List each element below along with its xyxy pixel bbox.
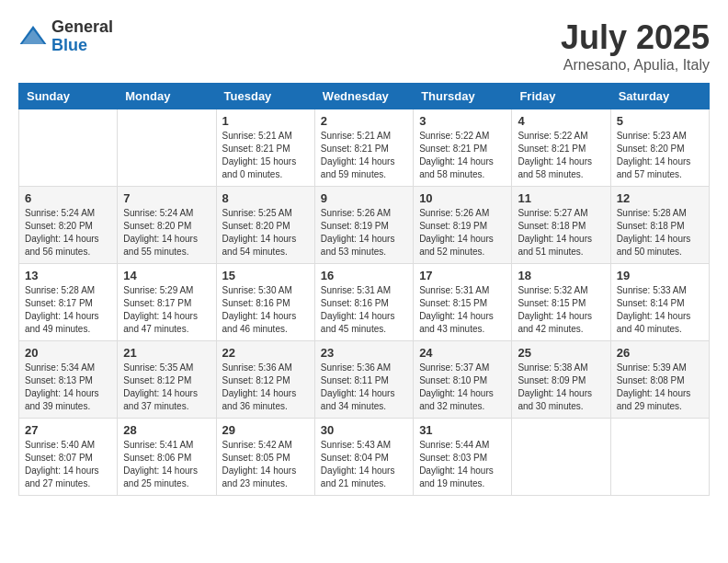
calendar-header-row: SundayMondayTuesdayWednesdayThursdayFrid… — [19, 84, 710, 109]
week-row-3: 13Sunrise: 5:28 AM Sunset: 8:17 PM Dayli… — [19, 264, 710, 341]
day-info: Sunrise: 5:28 AM Sunset: 8:18 PM Dayligh… — [617, 207, 703, 259]
day-info: Sunrise: 5:31 AM Sunset: 8:15 PM Dayligh… — [419, 284, 506, 336]
day-number: 23 — [321, 346, 407, 360]
day-number: 26 — [617, 346, 703, 360]
logo-text: General Blue — [51, 18, 113, 55]
day-info: Sunrise: 5:24 AM Sunset: 8:20 PM Dayligh… — [123, 207, 210, 259]
calendar-cell: 11Sunrise: 5:27 AM Sunset: 8:18 PM Dayli… — [512, 187, 610, 264]
day-number: 17 — [419, 269, 506, 282]
day-info: Sunrise: 5:37 AM Sunset: 8:10 PM Dayligh… — [419, 362, 506, 413]
day-number: 30 — [321, 423, 407, 437]
day-number: 13 — [25, 269, 111, 282]
day-number: 14 — [123, 269, 210, 282]
calendar-cell: 8Sunrise: 5:25 AM Sunset: 8:20 PM Daylig… — [216, 187, 314, 264]
day-number: 11 — [518, 191, 604, 205]
calendar-cell: 1Sunrise: 5:21 AM Sunset: 8:21 PM Daylig… — [216, 109, 314, 187]
day-number: 24 — [419, 346, 506, 360]
calendar-cell: 13Sunrise: 5:28 AM Sunset: 8:17 PM Dayli… — [19, 264, 118, 341]
calendar-cell: 2Sunrise: 5:21 AM Sunset: 8:21 PM Daylig… — [314, 109, 413, 187]
day-number: 21 — [123, 346, 210, 360]
week-row-1: 1Sunrise: 5:21 AM Sunset: 8:21 PM Daylig… — [19, 109, 710, 187]
day-info: Sunrise: 5:35 AM Sunset: 8:12 PM Dayligh… — [123, 362, 210, 413]
page-header: General Blue July 2025 Arnesano, Apulia,… — [18, 18, 710, 74]
day-info: Sunrise: 5:21 AM Sunset: 8:21 PM Dayligh… — [321, 130, 407, 181]
calendar-cell: 10Sunrise: 5:26 AM Sunset: 8:19 PM Dayli… — [414, 187, 512, 264]
calendar-cell: 5Sunrise: 5:23 AM Sunset: 8:20 PM Daylig… — [610, 109, 709, 187]
header-thursday: Thursday — [414, 84, 512, 109]
calendar-cell: 12Sunrise: 5:28 AM Sunset: 8:18 PM Dayli… — [610, 187, 709, 264]
day-info: Sunrise: 5:34 AM Sunset: 8:13 PM Dayligh… — [25, 362, 111, 413]
header-wednesday: Wednesday — [314, 84, 413, 109]
day-number: 22 — [222, 346, 309, 360]
day-info: Sunrise: 5:21 AM Sunset: 8:21 PM Dayligh… — [222, 130, 309, 181]
header-friday: Friday — [512, 84, 610, 109]
day-number: 2 — [321, 114, 407, 128]
calendar-cell: 4Sunrise: 5:22 AM Sunset: 8:21 PM Daylig… — [512, 109, 610, 187]
header-tuesday: Tuesday — [216, 84, 314, 109]
day-info: Sunrise: 5:40 AM Sunset: 8:07 PM Dayligh… — [25, 439, 111, 490]
calendar-cell: 23Sunrise: 5:36 AM Sunset: 8:11 PM Dayli… — [314, 341, 413, 419]
calendar-cell: 17Sunrise: 5:31 AM Sunset: 8:15 PM Dayli… — [414, 264, 512, 341]
day-info: Sunrise: 5:22 AM Sunset: 8:21 PM Dayligh… — [518, 130, 604, 181]
day-info: Sunrise: 5:26 AM Sunset: 8:19 PM Dayligh… — [321, 207, 407, 259]
day-number: 5 — [617, 114, 703, 128]
day-number: 4 — [518, 114, 604, 128]
week-row-4: 20Sunrise: 5:34 AM Sunset: 8:13 PM Dayli… — [19, 341, 710, 419]
calendar-cell — [19, 109, 118, 187]
day-info: Sunrise: 5:23 AM Sunset: 8:20 PM Dayligh… — [617, 130, 703, 181]
calendar-cell — [118, 109, 216, 187]
day-number: 6 — [25, 191, 111, 205]
logo-general-text: General — [51, 18, 113, 37]
day-number: 18 — [518, 269, 604, 282]
day-info: Sunrise: 5:42 AM Sunset: 8:05 PM Dayligh… — [222, 439, 309, 490]
calendar-cell: 29Sunrise: 5:42 AM Sunset: 8:05 PM Dayli… — [216, 419, 314, 496]
day-info: Sunrise: 5:36 AM Sunset: 8:12 PM Dayligh… — [222, 362, 309, 413]
calendar-cell: 30Sunrise: 5:43 AM Sunset: 8:04 PM Dayli… — [314, 419, 413, 496]
day-number: 15 — [222, 269, 309, 282]
calendar-cell: 31Sunrise: 5:44 AM Sunset: 8:03 PM Dayli… — [414, 419, 512, 496]
calendar-cell: 6Sunrise: 5:24 AM Sunset: 8:20 PM Daylig… — [19, 187, 118, 264]
calendar-cell: 26Sunrise: 5:39 AM Sunset: 8:08 PM Dayli… — [610, 341, 709, 419]
day-info: Sunrise: 5:33 AM Sunset: 8:14 PM Dayligh… — [617, 284, 703, 336]
calendar-cell: 9Sunrise: 5:26 AM Sunset: 8:19 PM Daylig… — [314, 187, 413, 264]
day-info: Sunrise: 5:22 AM Sunset: 8:21 PM Dayligh… — [419, 130, 506, 181]
calendar-cell: 28Sunrise: 5:41 AM Sunset: 8:06 PM Dayli… — [118, 419, 216, 496]
logo-blue-text: Blue — [51, 37, 113, 55]
calendar-cell — [610, 419, 709, 496]
day-number: 19 — [617, 269, 703, 282]
day-number: 9 — [321, 191, 407, 205]
day-number: 1 — [222, 114, 309, 128]
header-saturday: Saturday — [610, 84, 709, 109]
day-number: 10 — [419, 191, 506, 205]
day-info: Sunrise: 5:32 AM Sunset: 8:15 PM Dayligh… — [518, 284, 604, 336]
calendar-cell: 3Sunrise: 5:22 AM Sunset: 8:21 PM Daylig… — [414, 109, 512, 187]
calendar-cell: 22Sunrise: 5:36 AM Sunset: 8:12 PM Dayli… — [216, 341, 314, 419]
day-number: 31 — [419, 423, 506, 437]
logo-icon — [18, 22, 48, 52]
day-number: 3 — [419, 114, 506, 128]
calendar-cell: 18Sunrise: 5:32 AM Sunset: 8:15 PM Dayli… — [512, 264, 610, 341]
week-row-5: 27Sunrise: 5:40 AM Sunset: 8:07 PM Dayli… — [19, 419, 710, 496]
day-info: Sunrise: 5:26 AM Sunset: 8:19 PM Dayligh… — [419, 207, 506, 259]
day-number: 20 — [25, 346, 111, 360]
day-info: Sunrise: 5:28 AM Sunset: 8:17 PM Dayligh… — [25, 284, 111, 336]
calendar-table: SundayMondayTuesdayWednesdayThursdayFrid… — [18, 83, 710, 496]
day-info: Sunrise: 5:43 AM Sunset: 8:04 PM Dayligh… — [321, 439, 407, 490]
day-info: Sunrise: 5:41 AM Sunset: 8:06 PM Dayligh… — [123, 439, 210, 490]
day-info: Sunrise: 5:36 AM Sunset: 8:11 PM Dayligh… — [321, 362, 407, 413]
week-row-2: 6Sunrise: 5:24 AM Sunset: 8:20 PM Daylig… — [19, 187, 710, 264]
calendar-cell: 25Sunrise: 5:38 AM Sunset: 8:09 PM Dayli… — [512, 341, 610, 419]
calendar-cell: 14Sunrise: 5:29 AM Sunset: 8:17 PM Dayli… — [118, 264, 216, 341]
day-info: Sunrise: 5:27 AM Sunset: 8:18 PM Dayligh… — [518, 207, 604, 259]
day-info: Sunrise: 5:31 AM Sunset: 8:16 PM Dayligh… — [321, 284, 407, 336]
day-number: 7 — [123, 191, 210, 205]
calendar-title: July 2025 — [561, 18, 710, 57]
day-info: Sunrise: 5:25 AM Sunset: 8:20 PM Dayligh… — [222, 207, 309, 259]
day-number: 27 — [25, 423, 111, 437]
calendar-cell: 16Sunrise: 5:31 AM Sunset: 8:16 PM Dayli… — [314, 264, 413, 341]
day-number: 25 — [518, 346, 604, 360]
day-number: 12 — [617, 191, 703, 205]
logo: General Blue — [18, 18, 113, 55]
calendar-cell: 19Sunrise: 5:33 AM Sunset: 8:14 PM Dayli… — [610, 264, 709, 341]
calendar-cell — [512, 419, 610, 496]
